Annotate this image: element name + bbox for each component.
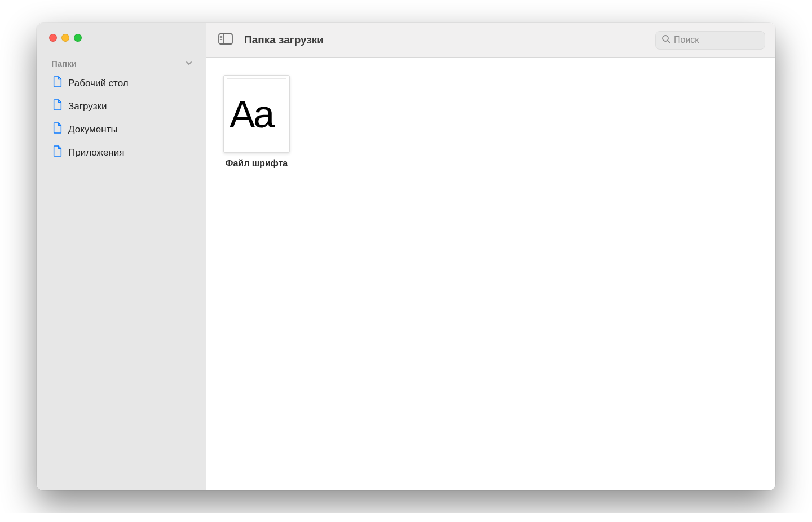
document-icon xyxy=(52,145,63,160)
maximize-window-button[interactable] xyxy=(74,34,82,42)
search-icon xyxy=(661,34,670,46)
toolbar: Папка загрузки xyxy=(206,23,775,58)
font-glyph-icon: Aa xyxy=(230,95,273,133)
document-icon xyxy=(52,122,63,136)
sidebar: Папки Рабочий стол xyxy=(37,23,206,490)
sidebar-item-applications[interactable]: Приложения xyxy=(37,141,206,164)
minimize-window-button[interactable] xyxy=(61,34,69,42)
file-grid: Aa Файл шрифта xyxy=(206,58,775,490)
font-preview: Aa xyxy=(227,78,286,149)
sidebar-item-label: Загрузки xyxy=(68,101,107,112)
svg-line-6 xyxy=(668,41,670,43)
document-icon xyxy=(52,76,63,90)
sidebar-item-desktop[interactable]: Рабочий стол xyxy=(37,72,206,95)
svg-rect-0 xyxy=(219,34,232,44)
file-label: Файл шрифта xyxy=(226,158,288,169)
finder-window: Папки Рабочий стол xyxy=(37,23,775,490)
sidebar-item-label: Документы xyxy=(68,124,118,135)
search-input[interactable] xyxy=(674,35,759,45)
sidebar-section-header[interactable]: Папки xyxy=(37,59,206,72)
sidebar-item-label: Рабочий стол xyxy=(68,78,129,89)
search-box[interactable] xyxy=(655,31,765,50)
sidebar-toggle-icon[interactable] xyxy=(218,33,233,47)
document-icon xyxy=(52,99,63,113)
main-area: Папка загрузки Aa Файл шрифта xyxy=(206,23,775,490)
file-item-font[interactable]: Aa Файл шрифта xyxy=(223,75,290,169)
file-thumbnail: Aa xyxy=(223,75,290,153)
sidebar-item-label: Приложения xyxy=(68,147,124,158)
sidebar-item-downloads[interactable]: Загрузки xyxy=(37,95,206,118)
close-window-button[interactable] xyxy=(49,34,57,42)
sidebar-item-documents[interactable]: Документы xyxy=(37,118,206,141)
chevron-down-icon xyxy=(186,59,192,68)
window-controls xyxy=(37,34,206,59)
page-title: Папка загрузки xyxy=(244,34,644,46)
sidebar-section-title: Папки xyxy=(51,59,77,68)
